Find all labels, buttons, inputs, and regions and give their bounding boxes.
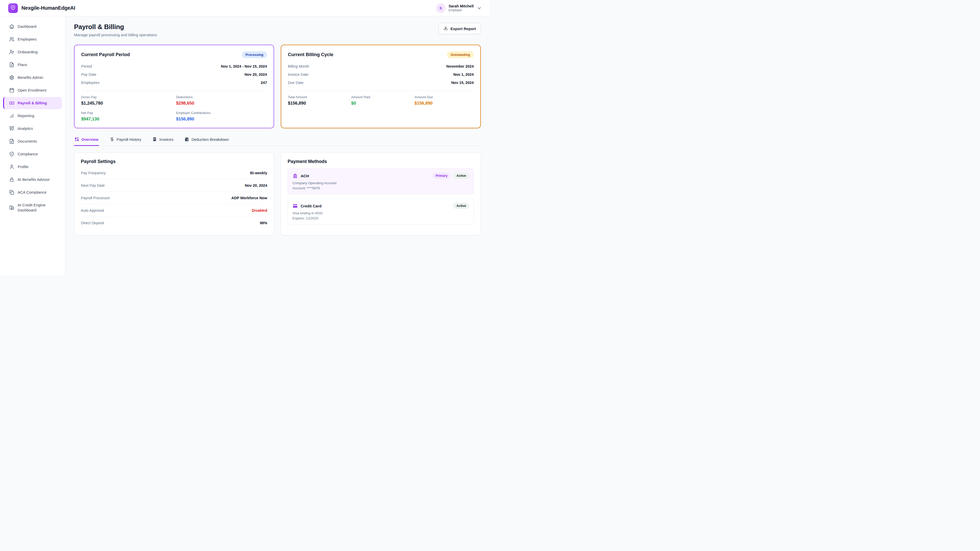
tab-label: Deduction Breakdown bbox=[191, 137, 229, 141]
sidebar-item-dashboard[interactable]: Dashboard bbox=[3, 21, 62, 33]
chevron-down-icon[interactable] bbox=[477, 6, 482, 11]
summary-cards-row: Current Payroll Period Processing Period… bbox=[74, 44, 481, 128]
sidebar-nav: DashboardEmployeesOnboardingPlansBenefit… bbox=[0, 21, 65, 216]
sidebar-item-reporting[interactable]: Reporting bbox=[3, 110, 62, 122]
row-value: Bi-weekly bbox=[250, 171, 267, 175]
tabs-bar: OverviewPayroll HistoryInvoicesDeduction… bbox=[74, 137, 481, 146]
payment-method-header: ACHPrimaryActive bbox=[293, 173, 469, 179]
sidebar-item-plans[interactable]: Plans bbox=[3, 59, 62, 71]
row-label: Pay Date bbox=[81, 73, 97, 76]
detail-cards-row: Payroll Settings Pay FrequencyBi-weeklyN… bbox=[74, 152, 481, 235]
payment-methods-card: Payment Methods ACHPrimaryActiveCompany … bbox=[281, 152, 481, 235]
stat-label: Gross Pay bbox=[81, 95, 172, 99]
users-icon bbox=[9, 37, 14, 42]
sidebar-item-label: AI Benefits Advisor bbox=[18, 177, 50, 182]
top-header: Nexgile-HumanEdgeAI S Sarah Mitchell Emp… bbox=[0, 0, 490, 16]
file-text-icon bbox=[9, 139, 14, 144]
sidebar-item-label: ACA Compliance bbox=[18, 190, 46, 195]
row-value: Nov 1, 2024 - Nov 15, 2024 bbox=[221, 64, 267, 68]
payroll-settings-title: Payroll Settings bbox=[81, 159, 267, 164]
stat-value: $0 bbox=[351, 101, 410, 106]
calendar-icon bbox=[9, 88, 14, 93]
sidebar-item-profile[interactable]: Profile bbox=[3, 161, 62, 173]
row-value: Disabled bbox=[252, 208, 267, 213]
sidebar-item-documents[interactable]: Documents bbox=[3, 135, 62, 148]
sidebar-item-analytics[interactable]: Analytics bbox=[3, 122, 62, 135]
payroll-card-rows: PeriodNov 1, 2024 - Nov 15, 2024Pay Date… bbox=[81, 62, 267, 87]
sidebar-item-label: Profile bbox=[18, 164, 29, 169]
sidebar-item-onboarding[interactable]: Onboarding bbox=[3, 46, 62, 58]
row-label: Next Pay Date bbox=[81, 183, 105, 187]
page-header-text: Payroll & Billing Manage payroll process… bbox=[74, 23, 157, 37]
stat-deductions: Deductions$298,650 bbox=[176, 95, 267, 106]
payment-method-header: Credit CardActive bbox=[293, 203, 469, 209]
grid-icon bbox=[75, 137, 79, 141]
info-row-period: PeriodNov 1, 2024 - Nov 15, 2024 bbox=[81, 62, 267, 70]
row-value: ADP Workforce Now bbox=[231, 196, 267, 200]
user-name: Sarah Mitchell bbox=[449, 4, 474, 8]
stat-net-pay: Net Pay$947,130 bbox=[81, 111, 172, 122]
payroll-card-header: Current Payroll Period Processing bbox=[81, 51, 267, 58]
app-shell: DashboardEmployeesOnboardingPlansBenefit… bbox=[0, 16, 490, 275]
sidebar-item-employees[interactable]: Employees bbox=[3, 33, 62, 45]
current-billing-cycle-card: Current Billing Cycle Outstanding Billin… bbox=[281, 44, 481, 128]
info-row-invoice-date: Invoice DateNov 1, 2024 bbox=[288, 70, 474, 79]
page-subtitle: Manage payroll processing and billing op… bbox=[74, 33, 157, 37]
row-value: Nov 15, 2024 bbox=[451, 81, 474, 85]
info-row-pay-frequency: Pay FrequencyBi-weekly bbox=[81, 167, 267, 179]
info-row-next-pay-date: Next Pay DateNov 20, 2024 bbox=[81, 179, 267, 192]
stat-employer-contributions: Employer Contributions$156,890 bbox=[176, 111, 267, 122]
tab-overview[interactable]: Overview bbox=[74, 137, 99, 146]
file-text-icon bbox=[9, 62, 14, 67]
badge-active: Active bbox=[453, 203, 469, 209]
stat-label: Net Pay bbox=[81, 111, 172, 115]
badge-primary: Primary bbox=[433, 173, 451, 179]
credit-card-icon bbox=[293, 203, 298, 209]
app-logo bbox=[8, 3, 18, 13]
divider bbox=[81, 91, 267, 91]
tab-label: Invoices bbox=[159, 137, 173, 141]
sidebar-item-aca-compliance[interactable]: ACA Compliance bbox=[3, 186, 62, 198]
sidebar-item-benefits-admin[interactable]: Benefits Admin bbox=[3, 71, 62, 84]
sidebar-item-label: AI Credit Engine Dashboard bbox=[18, 203, 59, 213]
info-row-billing-month: Billing MonthNovember 2024 bbox=[288, 62, 474, 70]
stat-gross-pay: Gross Pay$1,245,780 bbox=[81, 95, 172, 106]
shield-check-icon bbox=[11, 5, 16, 11]
payment-method-credit-card[interactable]: Credit CardActiveVisa ending in 4532Expi… bbox=[288, 198, 474, 224]
tab-deduction-breakdown[interactable]: Deduction Breakdown bbox=[184, 137, 229, 146]
payroll-card-title: Current Payroll Period bbox=[81, 52, 130, 57]
payment-method-detail: Account: ****5678 bbox=[293, 186, 469, 190]
download-icon bbox=[444, 26, 448, 31]
stat-amount-due: Amount Due$156,890 bbox=[414, 95, 474, 106]
stat-value: $298,650 bbox=[176, 101, 267, 106]
tab-invoices[interactable]: Invoices bbox=[152, 137, 174, 146]
badge-active: Active bbox=[453, 173, 469, 179]
sidebar-item-ai-benefits-advisor[interactable]: AI Benefits Advisor bbox=[3, 173, 62, 186]
app-title: Nexgile-HumanEdgeAI bbox=[21, 5, 75, 11]
tab-payroll-history[interactable]: Payroll History bbox=[109, 137, 142, 146]
shield-check-icon bbox=[9, 151, 14, 157]
row-label: Employees bbox=[81, 81, 100, 85]
processing-status-badge: Processing bbox=[242, 51, 267, 58]
lock-icon bbox=[9, 177, 14, 182]
stat-value: $156,890 bbox=[414, 101, 474, 106]
info-row-due-date: Due DateNov 15, 2024 bbox=[288, 79, 474, 87]
stat-label: Total Amount bbox=[288, 95, 347, 99]
payroll-card-stats: Gross Pay$1,245,780Deductions$298,650Net… bbox=[81, 95, 267, 122]
sidebar-item-label: Compliance bbox=[18, 151, 38, 157]
sidebar-item-ai-credit-engine-dashboard[interactable]: AI Credit Engine Dashboard bbox=[3, 199, 62, 216]
sidebar-item-compliance[interactable]: Compliance bbox=[3, 148, 62, 160]
row-label: Invoice Date bbox=[288, 73, 309, 76]
export-report-button[interactable]: Export Report bbox=[439, 23, 481, 34]
sidebar-item-payroll-billing[interactable]: Payroll & Billing bbox=[3, 97, 62, 109]
info-row-payroll-processor: Payroll ProcessorADP Workforce Now bbox=[81, 192, 267, 204]
row-label: Period bbox=[81, 64, 92, 68]
user-menu[interactable]: S Sarah Mitchell Employer bbox=[436, 3, 482, 13]
payment-method-ach[interactable]: ACHPrimaryActiveCompany Operating Accoun… bbox=[288, 168, 474, 194]
row-value: Nov 1, 2024 bbox=[453, 73, 474, 76]
sidebar-item-open-enrollment[interactable]: Open Enrollment bbox=[3, 84, 62, 97]
sidebar-item-label: Open Enrollment bbox=[18, 88, 46, 93]
current-payroll-period-card: Current Payroll Period Processing Period… bbox=[74, 44, 274, 128]
stat-total-amount: Total Amount$156,890 bbox=[288, 95, 347, 106]
row-label: Billing Month bbox=[288, 64, 309, 68]
